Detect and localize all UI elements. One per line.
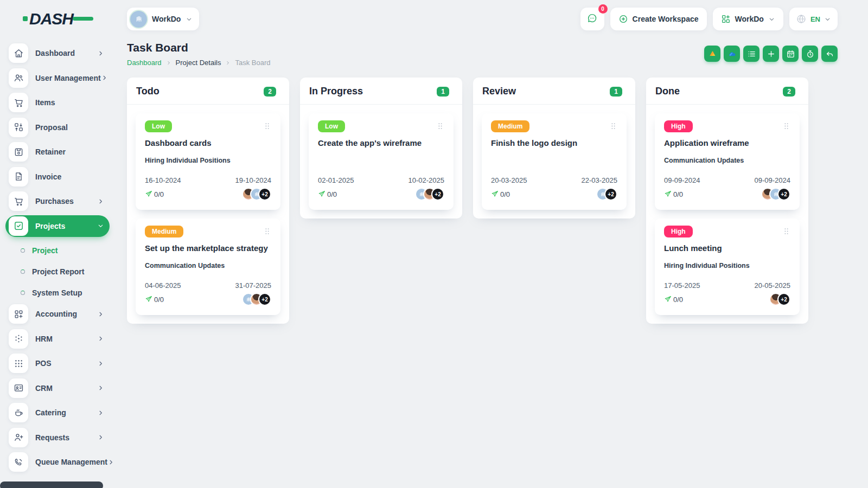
sidebar-icon-box: [9, 68, 28, 88]
sidebar-item-label: POS: [35, 359, 97, 368]
card-menu-button[interactable]: [436, 122, 444, 130]
sidebar-item-dashboard[interactable]: Dashboard: [5, 42, 110, 64]
chevron-down-icon: [768, 16, 775, 23]
sidebar-subitem-label: Project: [32, 246, 58, 255]
sidebar-item-label: Invoice: [35, 172, 104, 181]
task-card[interactable]: MediumFinish the logo design20-03-202522…: [482, 113, 627, 210]
avatar-overflow-count[interactable]: +2: [604, 188, 617, 201]
sidebar-item-accounting[interactable]: Accounting: [5, 303, 110, 325]
task-card[interactable]: LowDashboard cardsHiring Individual Posi…: [136, 113, 280, 210]
sidebar-subitem-label: System Setup: [32, 288, 82, 297]
sidebar-subitem-project-report[interactable]: Project Report: [5, 261, 110, 282]
sidebar-item-label: Requests: [35, 433, 97, 442]
task-due-date: 31-07-2025: [235, 281, 272, 290]
sidebar-subitem-system-setup[interactable]: System Setup: [5, 282, 110, 303]
sidebar-item-pos[interactable]: POS: [5, 352, 110, 374]
task-start-date: 09-09-2024: [664, 176, 700, 184]
brand-logo[interactable]: DASH: [29, 10, 89, 28]
priority-badge: Medium: [491, 120, 529, 132]
task-title[interactable]: Dashboard cards: [145, 138, 271, 147]
avatar-overflow-count[interactable]: +2: [431, 188, 444, 201]
sidebar-item-label: Proposal: [35, 123, 104, 132]
card-menu-button[interactable]: [609, 122, 617, 130]
messages-button[interactable]: 0: [580, 8, 604, 30]
sidebar-item-user-management[interactable]: User Management: [5, 67, 110, 89]
task-title[interactable]: Finish the logo design: [491, 138, 617, 147]
sidebar: DASH DashboardUser ManagementItemsPropos…: [0, 0, 115, 488]
card-menu-button[interactable]: [263, 227, 271, 235]
task-start-date: 16-10-2024: [145, 176, 181, 184]
task-progress: 0/0: [145, 296, 164, 304]
avatar-overflow-count[interactable]: +2: [258, 188, 271, 201]
task-title[interactable]: Create the app's wireframe: [318, 138, 444, 147]
create-workspace-label: Create Workspace: [633, 15, 699, 23]
sidebar-item-queue-management[interactable]: Queue Management: [5, 451, 110, 473]
task-progress: 0/0: [664, 190, 683, 198]
task-title[interactable]: Lunch meeting: [664, 243, 790, 253]
card-menu-button[interactable]: [782, 227, 790, 235]
workspace-menu-button[interactable]: WorkDo: [713, 8, 783, 30]
avatar-overflow-count[interactable]: +2: [777, 188, 790, 201]
sidebar-item-retainer[interactable]: Retainer: [5, 141, 110, 163]
task-card[interactable]: HighApplication wireframeCommunication U…: [655, 113, 800, 210]
breadcrumb-dashboard[interactable]: Dashboard: [127, 59, 162, 67]
onedrive-button[interactable]: [724, 46, 740, 62]
breadcrumb-separator-icon: [225, 60, 231, 66]
task-card[interactable]: MediumSet up the marketplace strategyCom…: [136, 219, 280, 315]
sidebar-subitem-label: Project Report: [32, 267, 84, 276]
calendar-button[interactable]: [782, 46, 799, 62]
sidebar-item-purchases[interactable]: Purchases: [5, 190, 110, 212]
sidebar-item-label: Items: [35, 98, 104, 107]
column-title: Review: [482, 86, 516, 97]
back-button[interactable]: [821, 46, 838, 62]
avatar-overflow-count[interactable]: +2: [258, 293, 271, 306]
main-area: WorkDo 0 Create Workspace WorkDo: [115, 0, 868, 488]
calendar-icon: [786, 49, 795, 59]
column-count-badge: 1: [437, 87, 449, 97]
sidebar-icon-box: [9, 304, 28, 324]
task-title[interactable]: Set up the marketplace strategy: [145, 243, 271, 253]
sidebar-subitem-project[interactable]: Project: [5, 240, 110, 261]
sidebar-item-catering[interactable]: Catering: [5, 402, 110, 423]
logo-accent-bar: [73, 17, 93, 21]
hrm-icon: [14, 333, 24, 344]
column-body: LowDashboard cardsHiring Individual Posi…: [127, 105, 289, 324]
list-view-button[interactable]: [743, 46, 760, 62]
sidebar-item-projects[interactable]: Projects: [5, 215, 110, 237]
sidebar-item-invoice[interactable]: Invoice: [5, 166, 110, 188]
timer-button[interactable]: [802, 46, 818, 62]
avatar-overflow-count[interactable]: +2: [777, 293, 790, 306]
task-due-date: 20-05-2025: [755, 281, 791, 290]
bullet-circle-icon: [21, 291, 25, 295]
card-menu-button[interactable]: [782, 122, 790, 130]
sidebar-horizontal-scrollbar[interactable]: [0, 481, 103, 488]
card-menu-button[interactable]: [263, 122, 271, 130]
add-task-button[interactable]: [763, 46, 779, 62]
sidebar-icon-box: [9, 216, 28, 236]
catering-icon: [14, 408, 24, 418]
board-column-done: Done2HighApplication wireframeCommunicat…: [646, 78, 808, 324]
sidebar-item-hrm[interactable]: HRM: [5, 328, 110, 350]
create-workspace-button[interactable]: Create Workspace: [610, 8, 707, 30]
workspace-switcher[interactable]: WorkDo: [127, 8, 199, 30]
sidebar-item-proposal[interactable]: Proposal: [5, 117, 110, 138]
language-selector[interactable]: EN: [789, 8, 838, 30]
plus-icon: [767, 49, 776, 59]
task-title[interactable]: Application wireframe: [664, 138, 790, 147]
crm-icon: [14, 383, 24, 393]
timer-icon: [806, 49, 815, 59]
sidebar-icon-box: [9, 142, 28, 162]
column-title: In Progress: [309, 86, 363, 97]
sidebar-item-items[interactable]: Items: [5, 92, 110, 113]
google-drive-button[interactable]: [704, 46, 720, 62]
task-card[interactable]: HighLunch meetingHiring Individual Posit…: [655, 219, 800, 315]
task-card[interactable]: LowCreate the app's wireframe02-01-20251…: [309, 113, 454, 210]
chevron-down-icon: [186, 16, 193, 23]
avatar-group: +2: [242, 188, 271, 201]
plus-circle-icon: [618, 14, 628, 24]
sidebar-item-crm[interactable]: CRM: [5, 377, 110, 399]
chevron-down-icon: [97, 222, 104, 229]
breadcrumb-separator-icon: [166, 60, 171, 66]
sidebar-item-requests[interactable]: Requests: [5, 427, 110, 448]
breadcrumb-project-details[interactable]: Project Details: [176, 59, 221, 67]
